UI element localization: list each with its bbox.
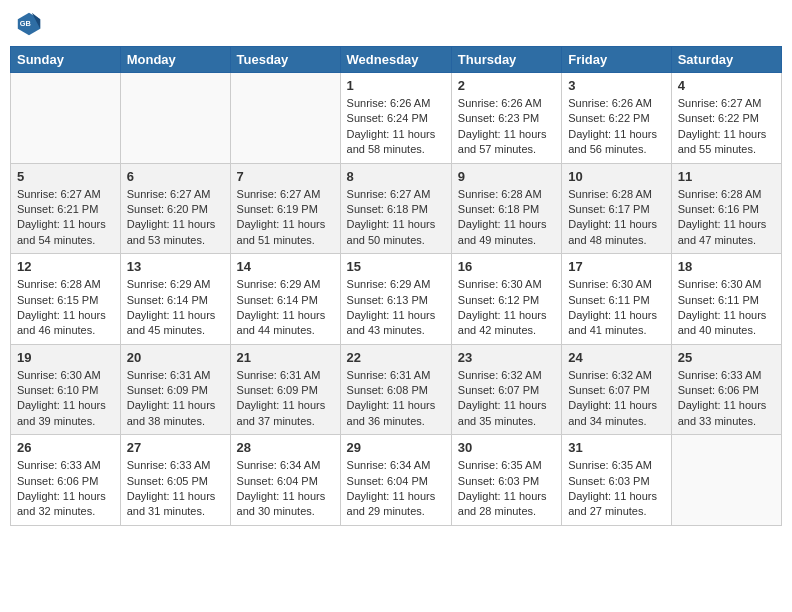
day-number: 14 (237, 259, 334, 274)
day-info: Sunrise: 6:32 AM Sunset: 6:07 PM Dayligh… (458, 368, 555, 430)
day-info: Sunrise: 6:28 AM Sunset: 6:18 PM Dayligh… (458, 187, 555, 249)
week-row-2: 5Sunrise: 6:27 AM Sunset: 6:21 PM Daylig… (11, 163, 782, 254)
day-number: 21 (237, 350, 334, 365)
day-info: Sunrise: 6:29 AM Sunset: 6:14 PM Dayligh… (237, 277, 334, 339)
logo: GB (15, 10, 47, 38)
day-number: 27 (127, 440, 224, 455)
calendar-cell: 20Sunrise: 6:31 AM Sunset: 6:09 PM Dayli… (120, 344, 230, 435)
calendar-cell: 30Sunrise: 6:35 AM Sunset: 6:03 PM Dayli… (451, 435, 561, 526)
calendar-cell: 25Sunrise: 6:33 AM Sunset: 6:06 PM Dayli… (671, 344, 781, 435)
day-info: Sunrise: 6:27 AM Sunset: 6:22 PM Dayligh… (678, 96, 775, 158)
day-number: 6 (127, 169, 224, 184)
week-row-5: 26Sunrise: 6:33 AM Sunset: 6:06 PM Dayli… (11, 435, 782, 526)
day-info: Sunrise: 6:33 AM Sunset: 6:06 PM Dayligh… (17, 458, 114, 520)
calendar-cell: 29Sunrise: 6:34 AM Sunset: 6:04 PM Dayli… (340, 435, 451, 526)
day-info: Sunrise: 6:26 AM Sunset: 6:24 PM Dayligh… (347, 96, 445, 158)
day-info: Sunrise: 6:30 AM Sunset: 6:11 PM Dayligh… (678, 277, 775, 339)
day-number: 31 (568, 440, 664, 455)
logo-icon: GB (15, 10, 43, 38)
day-info: Sunrise: 6:27 AM Sunset: 6:21 PM Dayligh… (17, 187, 114, 249)
calendar-cell: 9Sunrise: 6:28 AM Sunset: 6:18 PM Daylig… (451, 163, 561, 254)
calendar-cell: 6Sunrise: 6:27 AM Sunset: 6:20 PM Daylig… (120, 163, 230, 254)
day-number: 1 (347, 78, 445, 93)
calendar-cell: 1Sunrise: 6:26 AM Sunset: 6:24 PM Daylig… (340, 73, 451, 164)
weekday-header-row: SundayMondayTuesdayWednesdayThursdayFrid… (11, 47, 782, 73)
calendar-cell: 19Sunrise: 6:30 AM Sunset: 6:10 PM Dayli… (11, 344, 121, 435)
day-info: Sunrise: 6:35 AM Sunset: 6:03 PM Dayligh… (568, 458, 664, 520)
day-number: 18 (678, 259, 775, 274)
day-info: Sunrise: 6:34 AM Sunset: 6:04 PM Dayligh… (237, 458, 334, 520)
day-info: Sunrise: 6:30 AM Sunset: 6:12 PM Dayligh… (458, 277, 555, 339)
day-info: Sunrise: 6:29 AM Sunset: 6:14 PM Dayligh… (127, 277, 224, 339)
calendar-cell: 28Sunrise: 6:34 AM Sunset: 6:04 PM Dayli… (230, 435, 340, 526)
weekday-header-monday: Monday (120, 47, 230, 73)
day-number: 7 (237, 169, 334, 184)
calendar-cell: 4Sunrise: 6:27 AM Sunset: 6:22 PM Daylig… (671, 73, 781, 164)
calendar-cell: 31Sunrise: 6:35 AM Sunset: 6:03 PM Dayli… (562, 435, 671, 526)
calendar: SundayMondayTuesdayWednesdayThursdayFrid… (10, 46, 782, 526)
day-number: 2 (458, 78, 555, 93)
day-number: 29 (347, 440, 445, 455)
calendar-cell: 14Sunrise: 6:29 AM Sunset: 6:14 PM Dayli… (230, 254, 340, 345)
weekday-header-saturday: Saturday (671, 47, 781, 73)
svg-text:GB: GB (20, 19, 32, 28)
calendar-cell: 2Sunrise: 6:26 AM Sunset: 6:23 PM Daylig… (451, 73, 561, 164)
day-info: Sunrise: 6:35 AM Sunset: 6:03 PM Dayligh… (458, 458, 555, 520)
day-number: 26 (17, 440, 114, 455)
day-info: Sunrise: 6:30 AM Sunset: 6:11 PM Dayligh… (568, 277, 664, 339)
day-info: Sunrise: 6:27 AM Sunset: 6:19 PM Dayligh… (237, 187, 334, 249)
day-number: 22 (347, 350, 445, 365)
day-info: Sunrise: 6:30 AM Sunset: 6:10 PM Dayligh… (17, 368, 114, 430)
weekday-header-wednesday: Wednesday (340, 47, 451, 73)
calendar-cell: 5Sunrise: 6:27 AM Sunset: 6:21 PM Daylig… (11, 163, 121, 254)
day-number: 8 (347, 169, 445, 184)
day-number: 9 (458, 169, 555, 184)
calendar-cell (671, 435, 781, 526)
calendar-cell: 8Sunrise: 6:27 AM Sunset: 6:18 PM Daylig… (340, 163, 451, 254)
day-info: Sunrise: 6:31 AM Sunset: 6:08 PM Dayligh… (347, 368, 445, 430)
calendar-cell: 23Sunrise: 6:32 AM Sunset: 6:07 PM Dayli… (451, 344, 561, 435)
calendar-cell: 27Sunrise: 6:33 AM Sunset: 6:05 PM Dayli… (120, 435, 230, 526)
day-number: 11 (678, 169, 775, 184)
day-info: Sunrise: 6:31 AM Sunset: 6:09 PM Dayligh… (237, 368, 334, 430)
calendar-cell: 18Sunrise: 6:30 AM Sunset: 6:11 PM Dayli… (671, 254, 781, 345)
weekday-header-tuesday: Tuesday (230, 47, 340, 73)
day-number: 13 (127, 259, 224, 274)
day-number: 25 (678, 350, 775, 365)
weekday-header-sunday: Sunday (11, 47, 121, 73)
week-row-3: 12Sunrise: 6:28 AM Sunset: 6:15 PM Dayli… (11, 254, 782, 345)
day-number: 17 (568, 259, 664, 274)
calendar-cell: 12Sunrise: 6:28 AM Sunset: 6:15 PM Dayli… (11, 254, 121, 345)
calendar-cell: 17Sunrise: 6:30 AM Sunset: 6:11 PM Dayli… (562, 254, 671, 345)
day-number: 3 (568, 78, 664, 93)
calendar-cell: 26Sunrise: 6:33 AM Sunset: 6:06 PM Dayli… (11, 435, 121, 526)
day-number: 4 (678, 78, 775, 93)
calendar-cell: 13Sunrise: 6:29 AM Sunset: 6:14 PM Dayli… (120, 254, 230, 345)
calendar-cell: 7Sunrise: 6:27 AM Sunset: 6:19 PM Daylig… (230, 163, 340, 254)
day-number: 24 (568, 350, 664, 365)
day-info: Sunrise: 6:31 AM Sunset: 6:09 PM Dayligh… (127, 368, 224, 430)
calendar-cell (11, 73, 121, 164)
weekday-header-friday: Friday (562, 47, 671, 73)
day-number: 20 (127, 350, 224, 365)
week-row-1: 1Sunrise: 6:26 AM Sunset: 6:24 PM Daylig… (11, 73, 782, 164)
calendar-cell: 22Sunrise: 6:31 AM Sunset: 6:08 PM Dayli… (340, 344, 451, 435)
day-number: 19 (17, 350, 114, 365)
day-info: Sunrise: 6:28 AM Sunset: 6:15 PM Dayligh… (17, 277, 114, 339)
weekday-header-thursday: Thursday (451, 47, 561, 73)
day-number: 15 (347, 259, 445, 274)
day-number: 5 (17, 169, 114, 184)
day-number: 16 (458, 259, 555, 274)
calendar-cell: 15Sunrise: 6:29 AM Sunset: 6:13 PM Dayli… (340, 254, 451, 345)
day-info: Sunrise: 6:34 AM Sunset: 6:04 PM Dayligh… (347, 458, 445, 520)
day-info: Sunrise: 6:27 AM Sunset: 6:18 PM Dayligh… (347, 187, 445, 249)
calendar-cell: 24Sunrise: 6:32 AM Sunset: 6:07 PM Dayli… (562, 344, 671, 435)
calendar-cell: 21Sunrise: 6:31 AM Sunset: 6:09 PM Dayli… (230, 344, 340, 435)
day-info: Sunrise: 6:32 AM Sunset: 6:07 PM Dayligh… (568, 368, 664, 430)
day-number: 12 (17, 259, 114, 274)
day-info: Sunrise: 6:28 AM Sunset: 6:17 PM Dayligh… (568, 187, 664, 249)
calendar-cell: 11Sunrise: 6:28 AM Sunset: 6:16 PM Dayli… (671, 163, 781, 254)
day-info: Sunrise: 6:29 AM Sunset: 6:13 PM Dayligh… (347, 277, 445, 339)
day-number: 28 (237, 440, 334, 455)
week-row-4: 19Sunrise: 6:30 AM Sunset: 6:10 PM Dayli… (11, 344, 782, 435)
